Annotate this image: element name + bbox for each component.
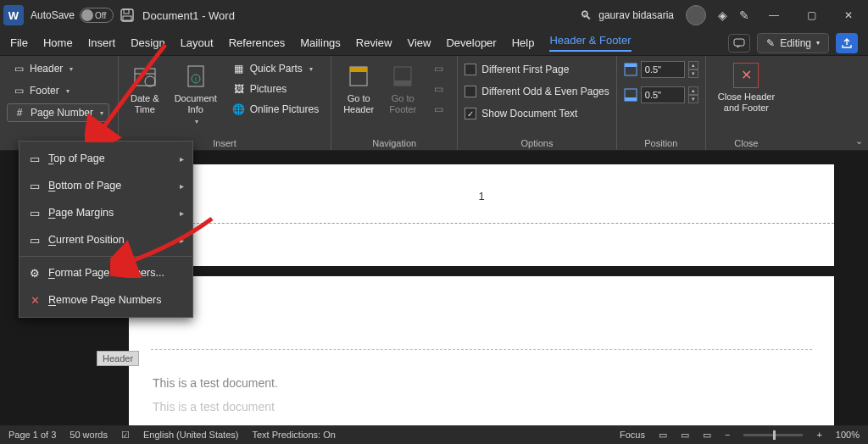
comments-icon[interactable]: [728, 34, 750, 53]
zoom-in-button[interactable]: +: [816, 430, 821, 440]
page-number-button[interactable]: #Page Number: [7, 103, 109, 122]
title-bar: W AutoSave Off Document1 - Word 🔍︎ gaura…: [0, 0, 868, 31]
page-number-display: 1: [129, 164, 834, 203]
dd-top-of-page[interactable]: ▭TTop of Pageop of Page▸: [19, 145, 192, 172]
view-web-icon[interactable]: ▭: [703, 430, 711, 441]
editing-mode-button[interactable]: ✎ Editing ▾: [757, 33, 829, 53]
collapse-ribbon-icon[interactable]: ⌄: [855, 136, 863, 147]
goto-footer-icon: [389, 63, 416, 90]
quick-parts-button[interactable]: ▦Quick Parts: [227, 59, 324, 78]
dd-format-page-numbers[interactable]: ⚙Format Page Numbers...: [19, 259, 192, 286]
status-predictions[interactable]: Text Predictions: On: [252, 430, 335, 440]
page-2: Header This is a test document. This is …: [129, 276, 834, 425]
page-icon: ▭: [12, 62, 25, 75]
dd-page-margins[interactable]: ▭Page Margins▸: [19, 199, 192, 226]
document-title: Document1 - Word: [142, 9, 235, 22]
minimize-button[interactable]: —: [761, 3, 787, 28]
pictures-button[interactable]: 🖼Pictures: [227, 80, 324, 98]
autosave-toggle[interactable]: AutoSave Off: [31, 8, 114, 23]
document-info-icon: i: [182, 63, 209, 90]
goto-footer-button: Go to Footer: [384, 59, 421, 118]
page-number-dropdown: ▭TTop of Pageop of Page▸ ▭Bottom of Page…: [19, 141, 193, 318]
quick-parts-icon: ▦: [232, 62, 246, 75]
ribbon-group-insert: Date & Time i Document Info ▦Quick Parts…: [119, 56, 331, 150]
current-position-icon: ▭: [28, 233, 42, 247]
page-margins-icon: ▭: [28, 206, 42, 219]
tab-review[interactable]: Review: [356, 36, 392, 49]
tab-design[interactable]: Design: [131, 36, 164, 49]
svg-rect-15: [625, 64, 637, 67]
svg-text:i: i: [195, 75, 197, 83]
body-line-2: This is a test document: [129, 395, 834, 419]
header-from-top-input[interactable]: ▴▾: [624, 59, 698, 80]
status-page[interactable]: Page 1 of 3: [8, 430, 56, 440]
tab-help[interactable]: Help: [512, 36, 535, 49]
tab-references[interactable]: References: [229, 36, 285, 49]
tab-header-footer[interactable]: Header & Footer: [549, 34, 631, 52]
ribbon-group-navigation: Go to Header Go to Footer ▭ ▭ ▭ Navigati…: [331, 56, 458, 150]
status-words[interactable]: 50 words: [70, 430, 108, 440]
tab-view[interactable]: View: [407, 36, 431, 49]
header-position-icon: [624, 63, 637, 76]
svg-rect-2: [123, 16, 131, 20]
status-bar: Page 1 of 3 50 words ☑ English (United S…: [0, 425, 868, 444]
svg-point-6: [145, 76, 155, 86]
different-first-page-checkbox[interactable]: Different First Page: [465, 59, 609, 80]
dd-current-position[interactable]: ▭Current Position▸: [19, 226, 192, 253]
pencil-icon: ✎: [766, 37, 775, 49]
goto-header-button[interactable]: Go to Header: [338, 59, 379, 118]
zoom-slider[interactable]: [743, 434, 803, 436]
dd-remove-page-numbers[interactable]: ✕Remove Page Numbers: [19, 286, 192, 314]
different-odd-even-checkbox[interactable]: Different Odd & Even Pages: [465, 81, 609, 102]
pictures-icon: 🖼: [232, 82, 246, 96]
maximize-button[interactable]: ▢: [798, 3, 824, 28]
online-pictures-button[interactable]: 🌐Online Pictures: [227, 100, 324, 119]
page-1: 1: [129, 164, 834, 266]
brush-icon[interactable]: ✎: [739, 8, 749, 22]
focus-mode-button[interactable]: Focus: [620, 430, 645, 440]
close-header-footer-button[interactable]: ✕ Close Header and Footer: [713, 59, 780, 116]
calendar-icon: [131, 63, 159, 90]
page-icon: ▭: [12, 84, 25, 97]
share-button[interactable]: [836, 33, 858, 53]
close-button[interactable]: ✕: [836, 3, 861, 28]
tab-insert[interactable]: Insert: [88, 36, 116, 49]
diamond-icon[interactable]: ◈: [718, 8, 727, 22]
show-document-text-checkbox[interactable]: ✓Show Document Text: [465, 103, 609, 124]
dd-bottom-of-page[interactable]: ▭Bottom of Page▸: [19, 172, 192, 199]
header-button[interactable]: ▭Header: [7, 59, 109, 78]
tab-developer[interactable]: Developer: [446, 36, 496, 49]
header-top-value[interactable]: [641, 61, 685, 78]
ribbon: ▭Header ▭Footer #Page Number Date & Time…: [0, 56, 868, 151]
footer-from-bottom-input[interactable]: ▴▾: [624, 85, 698, 105]
remove-icon: ✕: [28, 293, 42, 307]
toggle-switch[interactable]: Off: [80, 8, 114, 23]
user-name: gaurav bidasaria: [598, 9, 674, 21]
page-top-icon: ▭: [28, 152, 42, 165]
previous-button: ▭: [426, 59, 450, 78]
format-icon: ⚙: [28, 266, 42, 280]
zoom-out-button[interactable]: −: [725, 430, 730, 440]
date-time-button[interactable]: Date & Time: [125, 59, 164, 118]
search-icon[interactable]: 🔍︎: [580, 8, 592, 22]
footer-bottom-value[interactable]: [641, 86, 685, 103]
header-zone-label: Header: [97, 351, 139, 366]
svg-rect-17: [625, 97, 637, 101]
avatar[interactable]: [686, 5, 706, 25]
footer-button[interactable]: ▭Footer: [7, 81, 109, 100]
svg-rect-13: [394, 80, 411, 86]
status-language[interactable]: English (United States): [143, 430, 239, 440]
view-print-icon[interactable]: ▭: [681, 430, 689, 441]
save-icon[interactable]: [120, 8, 134, 22]
view-read-icon[interactable]: ▭: [659, 430, 667, 441]
footer-position-icon: [624, 88, 637, 102]
spellcheck-icon[interactable]: ☑: [121, 430, 130, 441]
tab-layout[interactable]: Layout: [181, 36, 214, 49]
document-info-button[interactable]: i Document Info: [170, 59, 222, 129]
tab-file[interactable]: File: [10, 36, 28, 49]
next-button: ▭: [426, 80, 450, 98]
tab-home[interactable]: Home: [43, 36, 73, 49]
tab-mailings[interactable]: Mailings: [300, 36, 341, 49]
goto-header-icon: [345, 63, 372, 90]
zoom-level[interactable]: 100%: [836, 430, 860, 440]
